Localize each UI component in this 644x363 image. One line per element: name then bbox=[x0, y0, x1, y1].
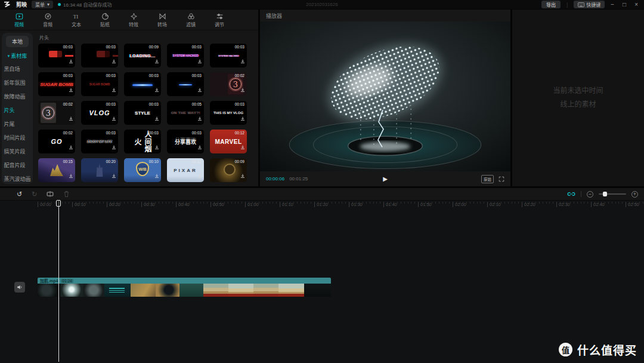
library-thumbnail[interactable]: VLOG00:03 bbox=[81, 101, 118, 125]
tab-effect[interactable]: 特效 bbox=[120, 11, 147, 29]
library-thumbnail[interactable]: WB00:10 bbox=[124, 158, 161, 182]
split-icon[interactable] bbox=[47, 190, 54, 198]
library-thumbnail[interactable]: 00:03 bbox=[124, 72, 161, 96]
download-icon[interactable] bbox=[112, 170, 116, 181]
tab-adjust[interactable]: 调节 bbox=[206, 11, 233, 29]
library-thumbnail[interactable]: THIS IS MY VLOG00:03 bbox=[210, 101, 247, 125]
download-icon[interactable] bbox=[69, 170, 73, 181]
download-icon[interactable] bbox=[69, 56, 73, 66]
tab-text[interactable]: TI文本 bbox=[63, 11, 89, 29]
undo-button[interactable]: ↺ bbox=[17, 190, 22, 198]
download-icon[interactable] bbox=[154, 170, 159, 181]
playhead[interactable] bbox=[58, 201, 59, 362]
download-icon[interactable] bbox=[197, 141, 202, 152]
download-icon[interactable] bbox=[240, 141, 245, 152]
library-thumbnail[interactable]: 00:09 bbox=[210, 158, 247, 182]
library-thumbnail[interactable]: GO00:02 bbox=[38, 130, 75, 153]
library-thumbnail[interactable]: ON THE WAY?!00:05 bbox=[167, 101, 204, 125]
tab-video[interactable]: 视频 bbox=[6, 11, 32, 29]
download-icon[interactable] bbox=[240, 113, 245, 124]
sidebar-item[interactable]: 时间片段 bbox=[4, 131, 30, 144]
library-thumbnail[interactable]: 300:02 bbox=[210, 72, 247, 96]
library-thumbnail[interactable]: 00:03 bbox=[38, 44, 75, 67]
download-icon[interactable] bbox=[112, 113, 116, 124]
tab-sticker[interactable]: 贴纸 bbox=[92, 11, 118, 29]
playhead-handle[interactable] bbox=[56, 200, 61, 207]
status-dot-icon bbox=[58, 3, 61, 6]
video-icon bbox=[16, 13, 23, 20]
sidebar-item-local[interactable]: 本地 bbox=[6, 36, 29, 47]
timeline-zoom-slider[interactable] bbox=[599, 193, 626, 195]
tab-transition[interactable]: 转场 bbox=[149, 11, 175, 29]
export-button[interactable]: 导出 bbox=[541, 1, 561, 8]
library-thumbnail[interactable]: ENJOY MY LIFE00:03 bbox=[81, 130, 118, 153]
sidebar-item[interactable]: 黑白场 bbox=[4, 62, 30, 76]
download-icon[interactable] bbox=[112, 141, 116, 152]
sidebar-item[interactable]: 蒸汽波动画 bbox=[4, 172, 30, 186]
library-thumbnail[interactable]: PIXAR00:12 bbox=[167, 158, 204, 182]
slider-handle[interactable] bbox=[603, 192, 607, 196]
tab-audio[interactable]: 音频 bbox=[35, 11, 61, 29]
sidebar-item[interactable]: 故障动画 bbox=[4, 90, 30, 103]
mute-track-button[interactable] bbox=[14, 282, 25, 293]
sidebar-item[interactable]: 新年氛围 bbox=[4, 76, 30, 90]
download-icon[interactable] bbox=[112, 84, 116, 95]
sidebar-item-library[interactable]: ▾ 素材库 bbox=[8, 52, 27, 60]
download-icon[interactable] bbox=[197, 84, 202, 95]
library-thumbnail[interactable]: 00:03 bbox=[81, 44, 118, 67]
tab-filter[interactable]: 滤镜 bbox=[178, 11, 204, 29]
zoom-out-button[interactable]: − bbox=[587, 191, 593, 198]
library-thumbnail[interactable]: 00:03 bbox=[167, 72, 204, 96]
ratio-button[interactable]: 原始 bbox=[481, 175, 494, 183]
menu-button[interactable]: 菜单▾ bbox=[32, 1, 53, 8]
fullscreen-icon[interactable] bbox=[499, 176, 504, 182]
download-icon[interactable] bbox=[69, 84, 73, 95]
library-thumbnail[interactable]: 00:20 bbox=[81, 158, 118, 182]
shortcut-button[interactable]: 快捷键 bbox=[574, 1, 605, 8]
app-window: 剪映 菜单▾ 16:34:48 自动保存成功 202102031626 导出 |… bbox=[0, 0, 644, 363]
download-icon[interactable] bbox=[240, 170, 245, 181]
library-thumbnail[interactable]: SYSTEM HACKED00:03 bbox=[210, 44, 247, 67]
snap-toggle-icon[interactable] bbox=[567, 191, 575, 197]
download-icon[interactable] bbox=[197, 113, 202, 124]
download-icon[interactable] bbox=[112, 56, 116, 66]
library-thumbnail[interactable]: LOADING...00:09 bbox=[124, 44, 161, 67]
minimize-button[interactable]: − bbox=[611, 1, 614, 8]
library-thumbnail[interactable]: STYLE00:03 bbox=[124, 101, 161, 125]
download-icon[interactable] bbox=[154, 141, 159, 152]
download-icon[interactable] bbox=[154, 56, 159, 66]
download-icon[interactable] bbox=[69, 113, 73, 124]
video-preview[interactable] bbox=[260, 21, 510, 171]
clip-duration: 01:24 bbox=[61, 279, 73, 283]
library-thumbnail[interactable]: SUGAR BOMB00:03 bbox=[38, 72, 75, 96]
sidebar-item[interactable]: 片头 bbox=[4, 103, 30, 117]
download-icon[interactable] bbox=[154, 84, 159, 95]
download-icon[interactable] bbox=[154, 113, 159, 124]
library-thumbnail[interactable]: 人间烟火00:03 bbox=[124, 130, 161, 153]
close-button[interactable]: × bbox=[634, 1, 638, 8]
sidebar-item[interactable]: 飘雪氛围 bbox=[4, 186, 30, 186]
download-icon[interactable] bbox=[197, 56, 202, 66]
library-thumbnail[interactable]: MARVEL00:12 bbox=[210, 130, 247, 153]
download-icon[interactable] bbox=[69, 141, 73, 152]
play-button[interactable]: ▶ bbox=[383, 176, 388, 182]
download-icon[interactable] bbox=[240, 56, 245, 66]
sidebar-item[interactable]: 配音片段 bbox=[4, 158, 30, 172]
library-thumbnail[interactable]: 分享喜欢00:03 bbox=[167, 130, 204, 153]
ruler-time-label: 02:10 bbox=[487, 202, 501, 207]
filmstrip-frame bbox=[253, 284, 278, 297]
autosave-status: 16:34:48 自动保存成功 bbox=[58, 1, 112, 8]
sidebar-item[interactable]: 片尾 bbox=[4, 117, 30, 131]
timeline-ruler[interactable]: 00:0000:1000:2000:3000:4000:5001:0001:10… bbox=[0, 201, 644, 209]
maximize-button[interactable]: □ bbox=[623, 1, 626, 8]
download-icon[interactable] bbox=[197, 170, 202, 181]
download-icon[interactable] bbox=[240, 84, 245, 95]
filmstrip-frame bbox=[83, 284, 104, 297]
zoom-in-button[interactable]: + bbox=[631, 191, 638, 198]
library-thumbnail[interactable]: SUGAR BOMB00:03 bbox=[81, 72, 118, 96]
timeline-clip[interactable]: 加肌.mp4 01:24 bbox=[38, 278, 331, 297]
library-thumbnail[interactable]: 300:02 bbox=[38, 101, 75, 125]
sidebar-item[interactable]: 搞笑片段 bbox=[4, 144, 30, 158]
library-thumbnail[interactable]: SYSTEM HACKED00:03 bbox=[167, 44, 204, 67]
library-thumbnail[interactable]: 00:15 bbox=[38, 158, 75, 182]
